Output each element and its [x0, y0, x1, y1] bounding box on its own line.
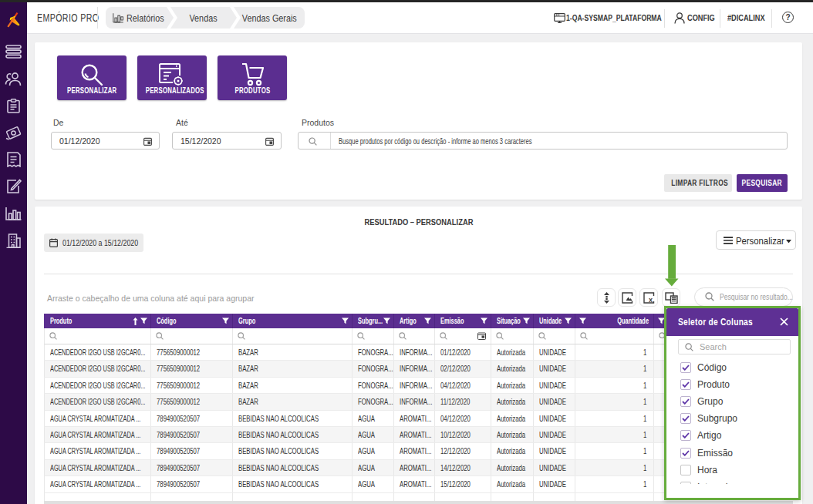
- svg-text:x: x: [649, 295, 653, 303]
